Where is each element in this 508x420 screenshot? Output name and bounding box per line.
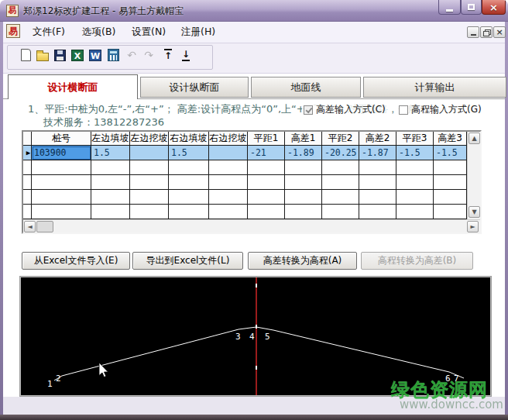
table-empty-row[interactable]	[23, 205, 480, 219]
close-button[interactable]: ×	[482, 0, 506, 15]
mdi-restore-button[interactable]	[480, 26, 493, 38]
table-cell[interactable]	[32, 205, 91, 219]
diff-to-elevation-button[interactable]: 高差转换为高程(A)	[248, 252, 357, 270]
table-cell[interactable]	[32, 190, 91, 205]
table-cell[interactable]: -1.5	[396, 146, 434, 160]
table-cell[interactable]	[359, 190, 396, 205]
to-bottom-button[interactable]: ↓	[179, 48, 193, 62]
table-cell[interactable]	[169, 205, 209, 219]
table-cell[interactable]	[130, 146, 169, 160]
table-cell[interactable]: 1.5	[91, 146, 130, 160]
checkbox-elevation-input[interactable]: 高程输入方式(G)	[397, 103, 483, 116]
table-cell[interactable]	[209, 175, 248, 190]
table-cell[interactable]	[248, 205, 285, 219]
calculator-button[interactable]	[106, 48, 120, 62]
table-cell[interactable]	[91, 190, 130, 205]
table-cell[interactable]	[359, 160, 396, 175]
to-top-button[interactable]: ↑	[161, 48, 175, 62]
table-cell[interactable]	[285, 160, 322, 175]
table-cell[interactable]: -1.89	[285, 146, 322, 160]
table-cell[interactable]: -21	[248, 146, 285, 160]
table-cell[interactable]	[23, 160, 32, 175]
table-cell[interactable]	[130, 175, 169, 190]
titlebar[interactable]: 易 郑漯12标改扩建工程 - 易算土方戴帽宝 ×	[0, 0, 508, 22]
column-header[interactable]: 平距1	[248, 132, 285, 146]
table-cell[interactable]	[23, 190, 32, 205]
open-file-button[interactable]	[36, 48, 50, 62]
table-cell[interactable]	[169, 175, 209, 190]
table-cell[interactable]	[322, 175, 359, 190]
table-cell[interactable]	[23, 175, 32, 190]
table-cell[interactable]: -1.5	[434, 146, 467, 160]
table-cell[interactable]	[248, 175, 285, 190]
table-cell[interactable]	[396, 205, 434, 219]
table-cell[interactable]	[209, 205, 248, 219]
table-cell[interactable]	[396, 175, 434, 190]
table-cell[interactable]	[285, 190, 322, 205]
excel-button[interactable]: X	[70, 48, 84, 62]
table-cell[interactable]	[209, 160, 248, 175]
table-cell[interactable]	[91, 160, 130, 175]
table-cell[interactable]	[322, 190, 359, 205]
table-cell[interactable]	[434, 190, 467, 205]
mdi-close-button[interactable]: ×	[493, 26, 506, 38]
table-cell[interactable]	[209, 146, 248, 160]
save-button[interactable]	[53, 48, 67, 62]
table-cell[interactable]: -20.25	[322, 146, 359, 160]
table-cell[interactable]	[285, 175, 322, 190]
table-cell[interactable]	[434, 205, 467, 219]
table-cell[interactable]	[209, 190, 248, 205]
table-cell[interactable]	[130, 160, 169, 175]
table-row[interactable]: ▶1039001.51.5-21-1.89-20.25-1.87-1.5-1.5	[23, 146, 480, 160]
table-cell[interactable]	[130, 205, 169, 219]
maximize-button[interactable]	[461, 0, 482, 15]
scroll-left-icon[interactable]: ◄	[24, 221, 36, 232]
import-from-excel-button[interactable]: 从Excel文件导入(E)	[22, 252, 130, 270]
column-header[interactable]: 高差1	[285, 132, 322, 146]
table-cell[interactable]	[322, 160, 359, 175]
export-to-excel-button[interactable]: 导出到Excel文件(L)	[132, 252, 243, 270]
menu-item-f[interactable]: 文件(F)	[25, 22, 73, 43]
scroll-right-icon[interactable]: ►	[467, 221, 479, 232]
new-file-button[interactable]	[19, 48, 33, 62]
column-header[interactable]: 平距2	[322, 132, 359, 146]
unchecked-checkbox-icon[interactable]	[399, 105, 408, 115]
table-horizontal-scrollbar[interactable]: ◄ ►	[23, 219, 480, 232]
table-cell[interactable]: 103900	[32, 146, 91, 160]
column-header[interactable]: 左边填坡	[91, 132, 130, 146]
table-cell[interactable]	[434, 175, 467, 190]
column-header[interactable]: 左边挖坡	[130, 132, 169, 146]
table-cell[interactable]	[91, 175, 130, 190]
table-cell[interactable]: 1.5	[169, 146, 209, 160]
column-header[interactable]: 高差3	[434, 132, 467, 146]
table-cell[interactable]	[248, 160, 285, 175]
table-cell[interactable]	[359, 205, 396, 219]
table-cell[interactable]	[434, 160, 467, 175]
table-cell[interactable]	[23, 205, 32, 219]
column-header[interactable]: 右边挖坡	[209, 132, 248, 146]
table-empty-row[interactable]	[23, 160, 480, 175]
column-header[interactable]: 右边填坡	[169, 132, 209, 146]
table-cell[interactable]	[248, 190, 285, 205]
table-cell[interactable]	[169, 190, 209, 205]
word-button[interactable]: W	[88, 48, 102, 62]
row-marker-header[interactable]	[23, 132, 32, 146]
column-header[interactable]: 桩号	[32, 132, 91, 146]
column-header[interactable]: 平距3	[396, 132, 434, 146]
table-empty-row[interactable]	[23, 190, 480, 205]
tab-1[interactable]: 设计横断面	[8, 74, 138, 99]
table-cell[interactable]	[32, 175, 91, 190]
scrollbar-thumb[interactable]	[36, 221, 53, 232]
table-cell[interactable]: -1.87	[359, 146, 396, 160]
table-cell[interactable]	[285, 205, 322, 219]
tab-2[interactable]: 设计纵断面	[140, 77, 249, 98]
table-cell[interactable]	[396, 190, 434, 205]
table-cell[interactable]	[169, 160, 209, 175]
scroll-down-icon[interactable]: ▼	[469, 206, 480, 218]
scroll-up-icon[interactable]: ▲	[469, 133, 480, 144]
table-cell[interactable]	[130, 190, 169, 205]
column-header[interactable]: 高差2	[359, 132, 396, 146]
table-vertical-scrollbar[interactable]: ▲ ▼	[467, 132, 480, 219]
table-cell[interactable]	[32, 160, 91, 175]
table-cell[interactable]	[91, 205, 130, 219]
